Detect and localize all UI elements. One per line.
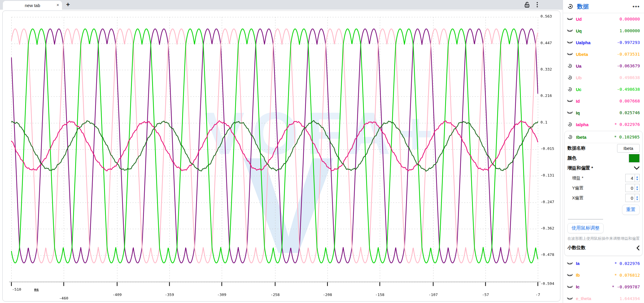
channel-row-ualpha[interactable]: Ualpha-0.997293: [563, 37, 644, 48]
eye-closed-icon[interactable]: [567, 273, 574, 278]
waveform-chart-panel[interactable]: VOFA+ V 0.5630.4470.3320.2160.1-0.015-0.…: [2, 11, 560, 302]
channel-row-ub[interactable]: Ub0.498638: [563, 72, 644, 83]
channel-list-top: Ud0.000000Uq1.000000Ualpha-0.997293Ubeta…: [563, 13, 644, 130]
y-offset-stepper[interactable]: ▲▼: [625, 184, 640, 192]
channel-value: 1.000000: [619, 28, 640, 33]
channel-name: e_theta: [576, 296, 619, 301]
x-axis-unit-label: ms: [34, 287, 39, 292]
channel-row-iq[interactable]: Iq0.025746: [563, 107, 644, 119]
channel-name: Uq: [576, 28, 619, 33]
x-axis-tick-label: -359: [165, 292, 174, 297]
chevron-down-icon[interactable]: [634, 166, 640, 170]
sidebar-title: 数据: [577, 3, 633, 11]
channel-row-ia[interactable]: Ia* 0.022976: [563, 258, 644, 269]
stepper-arrows[interactable]: ▲▼: [635, 184, 640, 192]
eye-icon: [567, 4, 574, 9]
channel-name: Ialpha: [576, 122, 614, 127]
new-tab-button[interactable]: +: [66, 1, 70, 8]
eye-open-icon[interactable]: [567, 87, 574, 92]
channel-name: Id: [576, 99, 619, 104]
eye-closed-icon[interactable]: [567, 52, 574, 57]
y-axis-tick-label: -0.015: [540, 146, 554, 151]
mouse-adjust-hint: 在波形图上使用鼠标操作来调整增益和偏置: [567, 236, 640, 242]
gain-row: 增益 * ▲▼: [567, 173, 640, 183]
color-row: 颜色: [567, 153, 640, 163]
x-axis-tick-label: -7: [535, 292, 540, 297]
x-axis-tick-label: -107: [428, 292, 438, 297]
x-offset-stepper[interactable]: ▲▼: [625, 194, 640, 202]
data-sidebar: 数据 ••• Ud0.000000Uq1.000000Ualpha-0.9972…: [563, 0, 644, 303]
sidebar-menu-icon[interactable]: •••: [633, 4, 640, 10]
eye-closed-icon[interactable]: [567, 284, 574, 290]
x-axis-tick-label: -158: [375, 292, 384, 297]
channel-name: Ud: [576, 17, 619, 22]
reset-button[interactable]: 重置: [622, 205, 640, 215]
channel-name: Ic: [576, 284, 612, 289]
eye-open-icon[interactable]: [567, 63, 574, 69]
eye-closed-icon[interactable]: [567, 296, 574, 301]
gain-offset-section-label: 增益和偏置 *: [567, 165, 634, 171]
channel-row-uq[interactable]: Uq1.000000: [563, 25, 644, 37]
y-axis-tick-label: 0.332: [540, 67, 552, 71]
eye-open-icon[interactable]: [567, 134, 574, 140]
data-name-label: 数据名称: [567, 145, 617, 151]
x-offset-label: X偏置: [567, 195, 625, 201]
y-axis-tick-label: 0.447: [540, 41, 552, 45]
eye-closed-icon[interactable]: [567, 16, 574, 22]
channel-value: -0.073531: [617, 52, 640, 57]
channel-row-id[interactable]: Id0.007668: [563, 95, 644, 107]
stepper-arrows[interactable]: ▲▼: [635, 194, 640, 202]
channel-value: * 0.022976: [614, 122, 640, 127]
sidebar-header: 数据 •••: [563, 0, 644, 13]
channel-row-ubeta[interactable]: Ubeta-0.073531: [563, 48, 644, 60]
channel-row-ialpha[interactable]: Ialpha* 0.022976: [563, 119, 644, 130]
x-axis-tick-label: -208: [323, 292, 332, 297]
mouse-adjust-button[interactable]: 使用鼠标调整: [567, 223, 604, 233]
reset-row: 重置: [567, 203, 640, 216]
channel-value: 0.025746: [619, 110, 640, 115]
channel-name: Uc: [576, 87, 617, 92]
browser-tab[interactable]: new tab ×: [3, 1, 62, 10]
tab-close-icon[interactable]: ×: [56, 2, 59, 8]
eye-closed-icon[interactable]: [567, 110, 574, 115]
channel-name: Ia: [576, 261, 614, 266]
y-offset-input[interactable]: [625, 184, 635, 192]
y-offset-label: Y偏置: [567, 185, 625, 191]
eye-open-icon[interactable]: [567, 75, 574, 80]
color-swatch[interactable]: [629, 154, 640, 162]
channel-row-ua[interactable]: Ua-0.063679: [563, 60, 644, 72]
channel-value: -0.498638: [617, 87, 640, 92]
eye-closed-icon[interactable]: [567, 40, 574, 45]
eye-open-icon[interactable]: [567, 122, 574, 127]
waveform-canvas[interactable]: [3, 11, 560, 302]
x-offset-input[interactable]: [625, 194, 635, 202]
divider: [568, 219, 603, 220]
channel-value: 1.644394: [619, 296, 640, 301]
gain-label: 增益 *: [567, 175, 625, 181]
channel-row-ibeta[interactable]: Ibeta* 0.102985: [567, 131, 640, 143]
stepper-arrows[interactable]: ▲▼: [635, 174, 640, 182]
eye-closed-icon[interactable]: [567, 261, 574, 266]
channel-row-ib[interactable]: Ib* 0.076812: [563, 269, 644, 281]
eye-closed-icon[interactable]: [567, 98, 574, 104]
y-offset-row: Y偏置 ▲▼: [567, 183, 640, 193]
channel-row-ic[interactable]: Ic* -0.099787: [563, 281, 644, 293]
channel-name: Ib: [576, 273, 614, 278]
unlock-icon[interactable]: [524, 1, 530, 9]
gain-stepper[interactable]: ▲▼: [625, 174, 640, 182]
channel-row-ibeta[interactable]: Ibeta* 0.102985: [567, 131, 640, 143]
gain-offset-section-row[interactable]: 增益和偏置 *: [567, 163, 640, 173]
data-name-input[interactable]: [617, 144, 640, 153]
kebab-menu-icon[interactable]: [536, 1, 538, 9]
eye-closed-icon[interactable]: [567, 28, 574, 33]
channel-row-uc[interactable]: Uc-0.498638: [563, 83, 644, 95]
decimals-row[interactable]: 小数位数: [567, 243, 640, 253]
channel-row-e_theta[interactable]: e_theta1.644394: [563, 293, 644, 303]
channel-row-ud[interactable]: Ud0.000000: [563, 13, 644, 25]
y-axis-tick-label: -0.478: [540, 252, 554, 257]
channel-settings-card: Ibeta* 0.102985 数据名称 颜色 增益和偏置 * 增益 * ▲▼ …: [564, 131, 643, 256]
chevron-left-icon[interactable]: [636, 245, 640, 251]
gain-input[interactable]: [625, 174, 635, 182]
channel-name: Ua: [576, 64, 617, 69]
y-axis-tick-label: -0.247: [540, 200, 554, 204]
